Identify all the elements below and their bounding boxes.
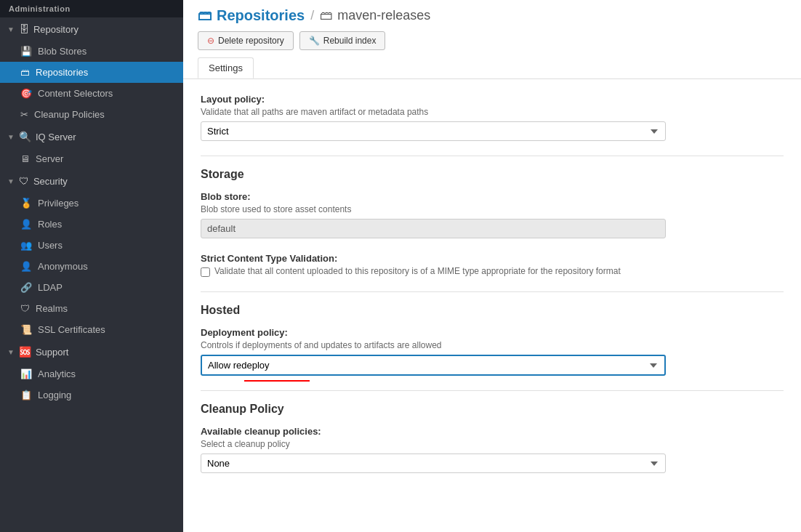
sidebar-item-anonymous-label: Anonymous <box>38 261 88 272</box>
sidebar-item-repositories-label: Repositories <box>36 67 88 78</box>
sidebar-item-privileges[interactable]: 🏅 Privileges <box>0 193 183 214</box>
strict-content-checkbox[interactable] <box>201 267 210 277</box>
sidebar-item-users[interactable]: 👥 Users <box>0 235 183 256</box>
logging-icon: 📋 <box>20 390 32 400</box>
breadcrumb-repositories-text: Repositories <box>217 7 305 24</box>
main-header: 🗃 Repositories / 🗃 maven-releases ⊖ Dele… <box>183 0 801 79</box>
sidebar-group-security: ▼ 🛡 Security 🏅 Privileges 👤 Roles 👥 User… <box>0 169 183 340</box>
sidebar-item-analytics[interactable]: 📊 Analytics <box>0 363 183 384</box>
chevron-down-icon-support: ▼ <box>7 348 15 356</box>
sidebar-item-server-label: Server <box>36 153 63 164</box>
sidebar-item-ldap-label: LDAP <box>38 282 63 293</box>
privileges-icon: 🏅 <box>20 198 32 209</box>
layout-policy-label: Layout policy: <box>201 94 784 105</box>
blob-store-label: Blob store: <box>201 191 784 202</box>
content-area: Layout policy: Validate that all paths a… <box>183 79 801 532</box>
layout-policy-group: Layout policy: Validate that all paths a… <box>201 94 784 141</box>
hosted-section-title: Hosted <box>201 304 784 317</box>
divider-1 <box>201 156 784 156</box>
analytics-icon: 📊 <box>20 368 32 379</box>
sidebar-item-cleanup-policies[interactable]: ✂ Cleanup Policies <box>0 104 183 125</box>
sidebar-group-repository: ▼ 🗄 Repository 💾 Blob Stores 🗃 Repositor… <box>0 17 183 125</box>
sidebar-item-realms-label: Realms <box>36 303 68 314</box>
deployment-policy-label: Deployment policy: <box>201 327 784 338</box>
sidebar-item-logging[interactable]: 📋 Logging <box>0 384 183 406</box>
sidebar-item-server[interactable]: 🖥 Server <box>0 148 183 169</box>
sidebar-item-ssl-certificates[interactable]: 📜 SSL Certificates <box>0 319 183 340</box>
sidebar-group-security-header[interactable]: ▼ 🛡 Security <box>0 169 183 193</box>
security-group-icon: 🛡 <box>19 175 29 187</box>
rebuild-index-button[interactable]: 🔧 Rebuild index <box>299 31 386 50</box>
sidebar-item-realms[interactable]: 🛡 Realms <box>0 298 183 319</box>
divider-3 <box>201 390 784 391</box>
sidebar-item-cleanup-policies-label: Cleanup Policies <box>34 109 105 120</box>
sidebar-group-repository-label: Repository <box>33 24 79 35</box>
layout-policy-desc: Validate that all paths are maven artifa… <box>201 107 784 117</box>
sidebar-group-support-label: Support <box>36 347 69 358</box>
maven-releases-icon: 🗃 <box>320 8 333 23</box>
blob-store-group: Blob store: Blob store used to store ass… <box>201 191 784 238</box>
available-cleanup-label: Available cleanup policies: <box>201 426 784 437</box>
roles-icon: 👤 <box>20 219 32 230</box>
tab-settings[interactable]: Settings <box>198 57 254 78</box>
sidebar-item-ssl-label: SSL Certificates <box>38 324 105 335</box>
repository-group-icon: 🗄 <box>19 23 29 35</box>
sidebar-item-roles[interactable]: 👤 Roles <box>0 214 183 235</box>
breadcrumb: 🗃 Repositories / 🗃 maven-releases <box>198 7 786 24</box>
rebuild-index-label: Rebuild index <box>323 36 377 46</box>
blob-stores-icon: 💾 <box>20 46 32 57</box>
blob-store-desc: Blob store used to store asset contents <box>201 204 784 214</box>
sidebar-item-roles-label: Roles <box>38 219 62 230</box>
delete-repository-button[interactable]: ⊖ Delete repository <box>198 31 294 50</box>
anonymous-icon: 👤 <box>20 261 32 272</box>
sidebar-item-ldap[interactable]: 🔗 LDAP <box>0 277 183 298</box>
strict-content-group: Strict Content Type Validation: Validate… <box>201 253 784 277</box>
iq-server-group-icon: 🔍 <box>19 131 31 142</box>
breadcrumb-title: 🗃 Repositories <box>198 7 305 24</box>
cleanup-policies-icon: ✂ <box>20 109 28 120</box>
delete-repository-label: Delete repository <box>218 36 284 46</box>
sidebar-group-iq-server: ▼ 🔍 IQ Server 🖥 Server <box>0 125 183 169</box>
available-cleanup-desc: Select a cleanup policy <box>201 439 784 449</box>
repositories-icon: 🗃 <box>20 67 30 78</box>
strict-content-checkbox-label: Validate that all content uploaded to th… <box>214 266 621 276</box>
sidebar-group-iq-server-label: IQ Server <box>36 132 76 142</box>
deployment-policy-select[interactable]: Allow redeploy Disable redeploy Read-onl… <box>201 355 666 376</box>
wrench-icon: 🔧 <box>309 36 320 46</box>
content-selectors-icon: 🎯 <box>20 88 32 99</box>
sidebar: Administration ▼ 🗄 Repository 💾 Blob Sto… <box>0 0 183 532</box>
divider-2 <box>201 291 784 292</box>
sidebar-group-support: ▼ 🆘 Support 📊 Analytics 📋 Logging <box>0 340 183 406</box>
deployment-policy-desc: Controls if deployments of and updates t… <box>201 340 784 350</box>
available-cleanup-select[interactable]: None <box>201 454 666 473</box>
breadcrumb-current: 🗃 maven-releases <box>320 8 430 23</box>
sidebar-group-iq-server-header[interactable]: ▼ 🔍 IQ Server <box>0 125 183 148</box>
storage-section-title: Storage <box>201 168 784 181</box>
strict-content-label: Strict Content Type Validation: <box>201 253 784 264</box>
sidebar-item-logging-label: Logging <box>38 390 71 400</box>
realms-icon: 🛡 <box>20 303 30 314</box>
sidebar-item-blob-stores-label: Blob Stores <box>38 46 86 57</box>
chevron-down-icon: ▼ <box>7 25 15 33</box>
sidebar-item-privileges-label: Privileges <box>38 198 79 209</box>
breadcrumb-current-text: maven-releases <box>337 8 430 23</box>
sidebar-group-support-header[interactable]: ▼ 🆘 Support <box>0 340 183 363</box>
sidebar-item-blob-stores[interactable]: 💾 Blob Stores <box>0 41 183 62</box>
breadcrumb-separator: / <box>310 8 314 23</box>
sidebar-item-repositories[interactable]: 🗃 Repositories <box>0 62 183 83</box>
sidebar-header: Administration <box>0 0 183 17</box>
available-cleanup-group: Available cleanup policies: Select a cle… <box>201 426 784 473</box>
repositories-breadcrumb-icon: 🗃 <box>198 7 212 24</box>
deployment-policy-arrow-container: Allow redeploy Disable redeploy Read-onl… <box>201 355 784 376</box>
chevron-down-icon-security: ▼ <box>7 177 15 185</box>
blob-store-value: default <box>201 219 666 238</box>
ssl-certificates-icon: 📜 <box>20 324 32 335</box>
sidebar-item-content-selectors-label: Content Selectors <box>38 88 113 99</box>
ldap-icon: 🔗 <box>20 282 32 293</box>
sidebar-group-repository-header[interactable]: ▼ 🗄 Repository <box>0 17 183 41</box>
sidebar-item-content-selectors[interactable]: 🎯 Content Selectors <box>0 83 183 104</box>
sidebar-item-analytics-label: Analytics <box>38 368 76 379</box>
sidebar-group-security-label: Security <box>33 176 68 187</box>
sidebar-item-anonymous[interactable]: 👤 Anonymous <box>0 256 183 277</box>
layout-policy-select[interactable]: Strict Permissive <box>201 121 666 141</box>
